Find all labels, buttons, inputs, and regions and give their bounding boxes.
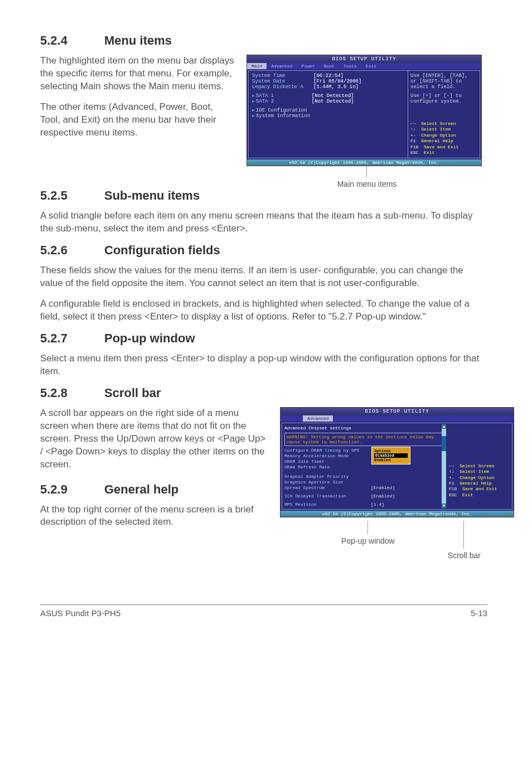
field-value: [Not Detected] xyxy=(312,99,354,104)
bios-main-panel: Advanced Chipset settings WARNING: Setti… xyxy=(282,423,447,509)
field-label: DRAM Idle Timer xyxy=(284,459,371,464)
tab-advanced: Advanced xyxy=(267,63,297,69)
field-label: SATA 2 xyxy=(256,99,312,104)
body-text: A solid triangle before each item on any… xyxy=(40,210,487,235)
warning-box: WARNING: Setting wrong values in the sec… xyxy=(284,433,445,446)
submenu-item: IDE Configuration xyxy=(256,108,307,113)
panel-subhead: Advanced Chipset settings xyxy=(284,424,445,433)
field-label: Legacy Diskette A xyxy=(252,84,313,90)
options-popup: Options Disabled Enabled xyxy=(371,447,410,464)
bios-help-panel: ▲ ▼ ←→ Select Screen ↑↓ Select Item +- C… xyxy=(447,423,512,509)
scroll-thumb xyxy=(442,436,446,451)
body-text: A configurable field is enclosed in brac… xyxy=(40,298,487,323)
heading-title: Configuration fields xyxy=(104,243,220,257)
body-text: These fields show the values for the men… xyxy=(40,264,487,290)
help-text: Use [+] or [-] to xyxy=(410,93,477,99)
field-label: Graphics Aperture Size xyxy=(284,480,371,485)
popup-option: Disabled xyxy=(374,453,408,458)
help-text: or [SHIFT-TAB] to xyxy=(410,79,477,84)
field-label: Memory Acceleration Mode xyxy=(284,453,371,458)
help-text: Use [ENTER], [TAB], xyxy=(410,73,477,79)
heading-526: 5.2.6Configuration fields xyxy=(40,243,487,258)
scrollbar: ▲ ▼ xyxy=(442,424,446,508)
tab-main: Main xyxy=(247,63,267,69)
bios-help-panel: Use [ENTER], [TAB], or [SHIFT-TAB] to se… xyxy=(408,71,480,158)
field-label: SATA 1 xyxy=(256,93,312,99)
heading-num: 5.2.4 xyxy=(40,33,104,48)
bios-tabs: Main Advanced Power Boot Tools Exit xyxy=(247,63,481,69)
submenu-item: System Information xyxy=(256,113,310,119)
body-text: Select a menu item then press <Enter> to… xyxy=(40,352,487,378)
field-value: [Enabled] xyxy=(371,493,395,499)
popup-option: Enabled xyxy=(374,458,408,462)
key-legend: ←→ Select Screen ↑↓ Select Item +- Chang… xyxy=(410,121,477,156)
scroll-up-icon: ▲ xyxy=(442,424,446,429)
submenu-caret-icon: ▶ xyxy=(252,99,255,104)
bios-main-panel: System Time[06:22:54] System Date[Fri 05… xyxy=(249,71,408,158)
heading-524: 5.2.4Menu items xyxy=(40,33,487,48)
field-label: Graphic Adapter Priority xyxy=(284,474,371,479)
body-text: The other items (Advanced, Power, Boot, … xyxy=(40,101,235,139)
heading-num: 5.2.8 xyxy=(40,386,104,400)
heading-title: Pop-up window xyxy=(104,331,195,345)
field-value: [Not Detected] xyxy=(312,93,354,99)
page-footer: ASUS Pundit P3-PH5 5-13 xyxy=(40,604,487,618)
footer-left: ASUS Pundit P3-PH5 xyxy=(40,608,120,618)
body-text: A scroll bar appears on the right side o… xyxy=(40,407,269,471)
help-text: select a field. xyxy=(410,84,477,90)
heading-title: Scroll bar xyxy=(104,386,161,400)
tab-advanced: Advanced xyxy=(303,415,333,422)
bios-screenshot-main: BIOS SETUP UTILITY Main Advanced Power B… xyxy=(246,55,482,166)
field-label: System Date xyxy=(252,79,313,84)
bios-screenshot-popup: BIOS SETUP UTILITY Advanced Advanced Chi… xyxy=(280,407,514,517)
field-label: DRAm Refresh Rate xyxy=(284,464,371,470)
caption-connector xyxy=(366,166,367,177)
bios-footer: v02.58 (C)Copyright 1985-2005, American … xyxy=(247,159,481,166)
submenu-caret-icon: ▶ xyxy=(252,93,255,99)
footer-right: 5-13 xyxy=(471,608,487,618)
field-label: MPS Revision xyxy=(284,502,371,507)
field-value: [06:22:54] xyxy=(313,73,344,79)
tab-boot: Boot xyxy=(320,63,339,69)
key-legend: ←→ Select Screen ↑↓ Select Item +- Chang… xyxy=(449,463,510,498)
figure-caption: Scroll bar xyxy=(448,551,481,560)
heading-num: 5.2.6 xyxy=(40,243,104,258)
field-label: Spread Spectrum xyxy=(284,485,371,490)
caption-connector xyxy=(463,521,465,549)
body-text: At the top right corner of the menu scre… xyxy=(40,504,269,529)
heading-title: General help xyxy=(104,482,178,496)
submenu-caret-icon: ▶ xyxy=(252,113,255,119)
figure-caption: Pop-up window xyxy=(341,536,395,545)
field-label: System Time xyxy=(252,73,313,79)
heading-527: 5.2.7Pop-up window xyxy=(40,331,487,346)
heading-525: 5.2.5Sub-menu items xyxy=(40,188,487,203)
scroll-down-icon: ▼ xyxy=(442,504,446,508)
tab-power: Power xyxy=(297,63,320,69)
heading-528: 5.2.8Scroll bar xyxy=(40,386,487,400)
caption-connector xyxy=(367,521,369,534)
field-value: [Fri 05/04/2006] xyxy=(313,79,361,84)
bios-title: BIOS SETUP UTILITY xyxy=(247,55,481,63)
field-label: Configure DRAM Timing by SPD xyxy=(284,448,371,453)
heading-title: Sub-menu items xyxy=(104,188,200,202)
tab-tools: Tools xyxy=(339,63,361,69)
field-value: [Enabled] xyxy=(371,485,395,490)
bios-title: BIOS SETUP UTILITY xyxy=(280,408,514,415)
heading-title: Menu items xyxy=(104,33,172,47)
figure-caption: Main menu items xyxy=(246,180,487,188)
tab-exit: Exit xyxy=(361,63,381,69)
submenu-caret-icon: ▶ xyxy=(252,108,255,113)
heading-num: 5.2.9 xyxy=(40,482,104,497)
help-text: configure system. xyxy=(410,99,477,104)
heading-num: 5.2.7 xyxy=(40,331,104,346)
body-text: The highlighted item on the menu bar dis… xyxy=(40,55,235,93)
bios-footer: v02.58 (C)Copyright 1985-2005, American … xyxy=(280,511,514,517)
field-label: ICH Delayed Transaction xyxy=(284,493,371,499)
heading-529: 5.2.9General help xyxy=(40,482,269,497)
bios-tabs: Advanced xyxy=(280,415,514,422)
heading-num: 5.2.5 xyxy=(40,188,104,203)
field-value: [1.4] xyxy=(371,502,384,507)
field-value: [1.44M, 3.5 in] xyxy=(313,84,359,90)
